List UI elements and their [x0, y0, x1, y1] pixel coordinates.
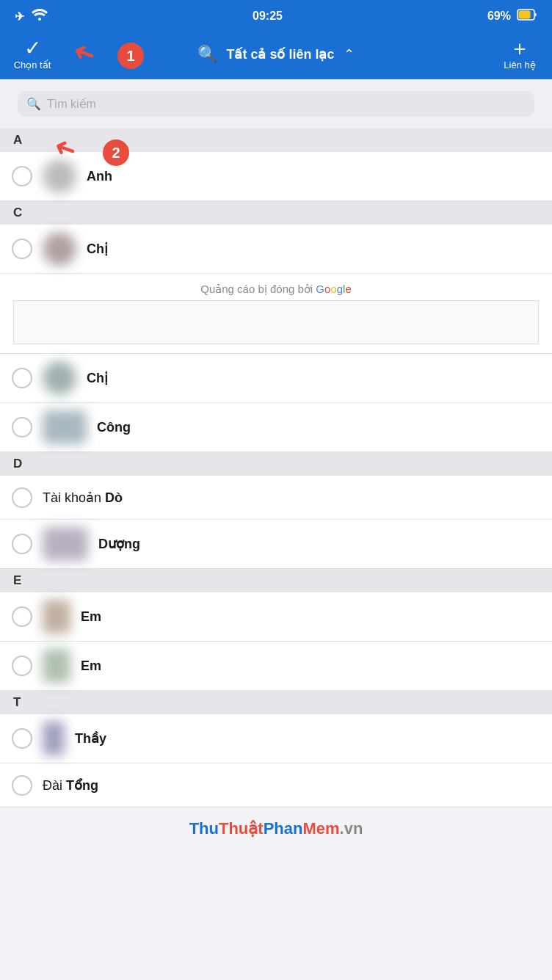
contact-row-chi-1[interactable]: C Chị: [0, 225, 552, 274]
avatar-duong: D: [43, 527, 88, 561]
search-icon: 🔍: [26, 97, 41, 111]
battery-percent: 69%: [487, 10, 511, 23]
section-header-d: D: [0, 452, 552, 476]
contact-name-em-2: Em: [81, 658, 101, 674]
contact-name-anh: Anh: [87, 169, 112, 184]
ad-text: Quảng cáo bị đóng bởi Google: [13, 283, 539, 296]
avatar-em-1: E: [43, 600, 70, 634]
contact-name-do: Tài khoản Dò: [43, 490, 123, 506]
contact-row-chi-2[interactable]: C Chị: [0, 354, 552, 403]
section-header-c: C: [0, 201, 552, 225]
contact-row-em-2[interactable]: E Em: [0, 642, 552, 691]
checkmark-icon: ✓: [24, 38, 41, 59]
contact-row-thay[interactable]: T Thầy: [0, 714, 552, 763]
contact-radio-duong[interactable]: [12, 534, 32, 554]
avatar-cong: C: [43, 410, 87, 444]
contact-radio-chi-1[interactable]: [12, 239, 32, 259]
contact-row-duong[interactable]: D Dượng: [0, 520, 552, 569]
contact-radio-thay[interactable]: [12, 728, 32, 749]
section-header-t: T: [0, 691, 552, 714]
contact-radio-do[interactable]: [12, 487, 32, 508]
chevron-up-icon[interactable]: ⌃: [344, 46, 355, 62]
avatar-em-2: E: [43, 649, 70, 683]
time: 09:25: [253, 10, 283, 23]
add-contact-button[interactable]: ＋ Liên hệ: [498, 38, 542, 70]
section-e: E E Em E Em: [0, 569, 552, 691]
watermark: ThuThuậtPhanMem.vn: [0, 807, 552, 844]
status-left: ✈: [15, 9, 48, 23]
contact-row-anh[interactable]: A Anh: [0, 152, 552, 201]
annotation-1: 1: [117, 43, 144, 69]
status-right: 69%: [487, 9, 537, 23]
airplane-icon: ✈: [15, 10, 24, 23]
contact-row-em-1[interactable]: E Em: [0, 592, 552, 642]
contact-name-chi-2: Chị: [87, 370, 108, 386]
ad-banner: Quảng cáo bị đóng bởi Google: [0, 274, 552, 354]
watermark-vn: .vn: [340, 819, 363, 838]
contact-name-duong: Dượng: [98, 536, 140, 552]
wifi-icon: [32, 9, 48, 23]
contact-name-thay: Thầy: [75, 730, 106, 747]
section-header-e: E: [0, 569, 552, 592]
section-d: D Tài khoản Dò D Dượng: [0, 452, 552, 569]
search-input[interactable]: Tìm kiếm: [47, 97, 96, 111]
contact-radio-anh[interactable]: [12, 166, 32, 186]
search-bar-container: 🔍 Tìm kiếm: [0, 79, 552, 128]
contact-name-tong: Đài Tổng: [43, 777, 98, 794]
contact-radio-chi-2[interactable]: [12, 368, 32, 388]
nav-title: Tất cả số liên lạc: [226, 46, 334, 62]
add-label: Liên hệ: [504, 59, 535, 70]
contact-radio-em-1[interactable]: [12, 606, 32, 627]
contact-radio-tong[interactable]: [12, 775, 32, 796]
search-bar[interactable]: 🔍 Tìm kiếm: [18, 91, 534, 117]
avatar-chi-2: C: [43, 361, 76, 395]
select-all-button[interactable]: ✓ Chọn tất: [10, 38, 54, 70]
watermark-phan: Phan: [264, 819, 303, 838]
avatar-chi-1: C: [43, 232, 76, 266]
ad-box: [13, 300, 539, 344]
contact-row-tong[interactable]: Đài Tổng: [0, 763, 552, 807]
section-a: A 2 ➜ A Anh: [0, 128, 552, 201]
contact-radio-cong[interactable]: [12, 417, 32, 438]
contact-name-em-1: Em: [81, 609, 101, 625]
contact-name-chi-1: Chị: [87, 241, 108, 257]
contact-row-do[interactable]: Tài khoản Dò: [0, 476, 552, 520]
status-bar: ✈ 09:25 69%: [0, 0, 552, 32]
ad-google: Google: [316, 283, 351, 295]
contact-row-cong[interactable]: C Công: [0, 403, 552, 452]
svg-point-0: [38, 18, 41, 21]
watermark-thuat: Thuật: [219, 819, 264, 838]
annotation-2: 2: [103, 139, 129, 166]
contact-radio-em-2[interactable]: [12, 656, 32, 676]
watermark-mem: Mem: [302, 819, 339, 838]
battery-icon: [517, 9, 537, 23]
select-all-label: Chọn tất: [14, 59, 51, 70]
watermark-thu: Thu: [189, 819, 219, 838]
section-header-a: A: [0, 128, 552, 152]
contact-name-cong: Công: [97, 420, 131, 435]
avatar-thay: T: [43, 722, 65, 755]
svg-rect-2: [518, 11, 530, 19]
section-c: C C Chị Quảng cáo bị đóng bởi Google C C…: [0, 201, 552, 452]
search-nav-icon[interactable]: 🔍: [197, 45, 217, 64]
plus-icon: ＋: [509, 38, 530, 59]
section-t: T T Thầy Đài Tổng: [0, 691, 552, 807]
